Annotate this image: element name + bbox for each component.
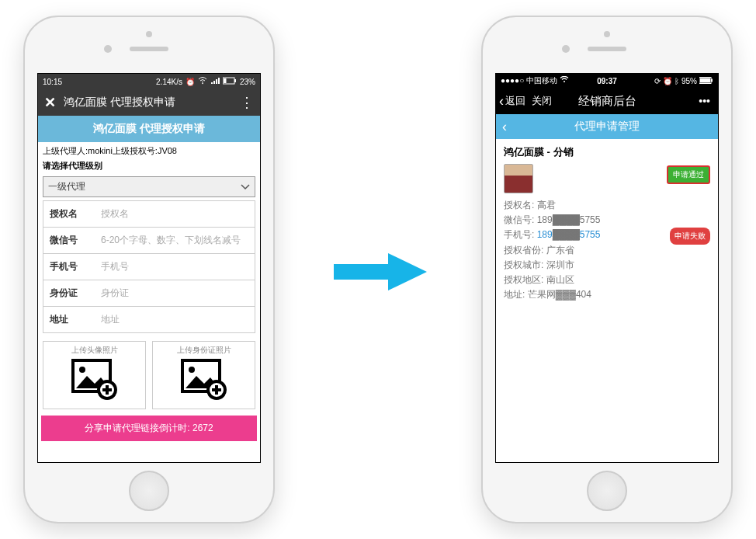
- status-time: 10:15: [43, 78, 62, 86]
- share-countdown[interactable]: 分享申请代理链接倒计时: 2672: [41, 416, 257, 441]
- chevron-down-icon: [241, 182, 250, 193]
- status-battery-pct: 95%: [681, 77, 697, 85]
- svg-rect-13: [700, 78, 710, 82]
- close-icon[interactable]: ✕: [44, 94, 56, 111]
- select-value: 一级代理: [48, 180, 85, 193]
- svg-point-0: [202, 83, 203, 85]
- svg-rect-12: [711, 78, 713, 82]
- more-icon[interactable]: ⋮: [240, 94, 254, 111]
- field-authname[interactable]: 授权名 授权名: [43, 201, 255, 228]
- carrier: 中国移动: [526, 76, 557, 85]
- svg-rect-2: [234, 79, 236, 82]
- screen-right: ●●●●○ 中国移动 09:37 ⟳ ⏰ ᛒ 95% ‹ 返回 关: [495, 73, 719, 463]
- home-button[interactable]: [587, 471, 627, 511]
- row-phone: 手机号: 189▓▓▓▓5755 申请失败: [504, 228, 710, 242]
- section-title: 代理申请管理: [574, 120, 640, 134]
- svg-point-8: [189, 367, 195, 373]
- form-fields: 授权名 授权名 微信号 6-20个字母、数字、下划线名减号 手机号 手机号 身份…: [43, 200, 255, 333]
- alarm-icon: ⏰: [186, 78, 195, 86]
- status-badge-pass[interactable]: 申请通过: [667, 165, 710, 184]
- wifi-icon: [198, 77, 207, 86]
- upload-section: 上传头像照片 上传身份证照片: [38, 336, 260, 414]
- rotation-lock-icon: ⟳: [654, 77, 661, 85]
- phone-mockup-right: ●●●●○ 中国移动 09:37 ⟳ ⏰ ᛒ 95% ‹ 返回 关: [481, 16, 733, 523]
- upload-idcard[interactable]: 上传身份证照片: [152, 341, 255, 409]
- row-wechat: 微信号: 189▓▓▓▓5755: [504, 213, 710, 228]
- avatar: [504, 164, 533, 193]
- superior-info: 上级代理人:mokini上级授权号:JV08: [38, 142, 260, 157]
- status-bar: ●●●●○ 中国移动 09:37 ⟳ ⏰ ᛒ 95%: [496, 74, 718, 88]
- app-nav-bar: ‹ 返回 关闭 经销商后台 •••: [496, 88, 718, 114]
- upload-avatar[interactable]: 上传头像照片: [43, 341, 146, 409]
- arrow-right-icon: [326, 249, 435, 295]
- row-province: 授权省份: 广东省: [504, 243, 710, 258]
- page-title: 鸿亿面膜 代理授权申请: [64, 96, 175, 110]
- svg-point-10: [564, 81, 565, 82]
- agent-level-select[interactable]: 一级代理: [43, 176, 255, 197]
- row-authname: 授权名: 高君: [504, 198, 710, 213]
- field-wechat[interactable]: 微信号 6-20个字母、数字、下划线名减号: [43, 228, 255, 254]
- phone-mockup-left: 10:15 2.14K/s ⏰ 23% ✕ 鸿亿面膜 代理授权申请 ⋮: [23, 16, 275, 523]
- row-address: 地址: 芒果网▓▓▓404: [504, 287, 710, 302]
- phone-bezel-top: [483, 17, 731, 73]
- application-detail: 鸿亿面膜 - 分销 申请通过 授权名: 高君 微信号: 189▓▓▓▓5755 …: [496, 139, 718, 308]
- field-address[interactable]: 地址 地址: [43, 307, 255, 332]
- image-add-icon: [70, 357, 120, 401]
- row-city: 授权城市: 深圳市: [504, 258, 710, 273]
- home-button[interactable]: [129, 471, 169, 511]
- bluetooth-icon: ᛒ: [675, 77, 679, 85]
- detail-title: 鸿亿面膜 - 分销: [504, 145, 710, 159]
- status-netspeed: 2.14K/s: [156, 78, 182, 86]
- field-phone[interactable]: 手机号 手机号: [43, 254, 255, 280]
- svg-point-5: [79, 367, 85, 373]
- status-bar: 10:15 2.14K/s ⏰ 23%: [38, 74, 260, 89]
- alarm-icon: ⏰: [663, 77, 672, 85]
- section-header: ‹ 代理申请管理: [496, 114, 718, 139]
- signal-icon: [210, 77, 220, 86]
- screen-left: 10:15 2.14K/s ⏰ 23% ✕ 鸿亿面膜 代理授权申请 ⋮: [37, 73, 261, 463]
- back-chevron-icon[interactable]: ‹: [502, 119, 507, 135]
- battery-icon: [223, 77, 237, 86]
- page-title: 经销商后台: [496, 94, 718, 109]
- phone-bezel-top: [25, 17, 273, 73]
- battery-icon: [699, 77, 713, 85]
- status-battery-pct: 23%: [240, 78, 255, 86]
- signal-dots-icon: ●●●●○: [501, 76, 524, 85]
- wifi-icon: [560, 76, 569, 85]
- field-idcard[interactable]: 身份证 身份证: [43, 280, 255, 307]
- svg-rect-3: [224, 78, 227, 83]
- image-add-icon: [179, 357, 229, 401]
- row-district: 授权地区: 南山区: [504, 273, 710, 287]
- form-banner: 鸿亿面膜 代理授权申请: [38, 116, 260, 142]
- select-prompt: 请选择代理级别: [38, 157, 260, 175]
- app-nav-bar: ✕ 鸿亿面膜 代理授权申请 ⋮: [38, 89, 260, 116]
